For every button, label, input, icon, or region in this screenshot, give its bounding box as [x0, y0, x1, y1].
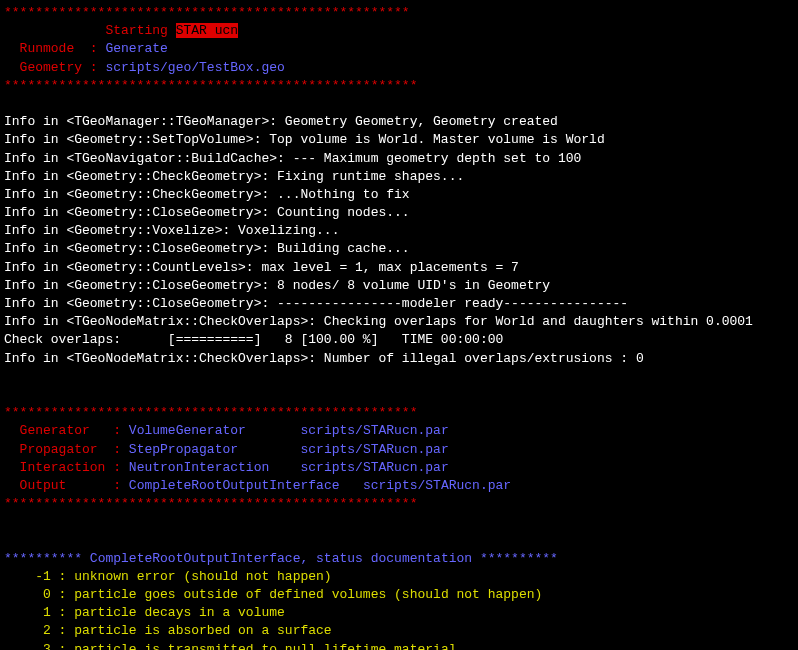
config-generator-line: Generator : VolumeGenerator scripts/STAR… — [4, 422, 794, 440]
status-code-line: 2 : particle is absorbed on a surface — [4, 622, 794, 640]
info-line: Info in <Geometry::CheckGeometry>: Fixin… — [4, 168, 794, 186]
info-line: Info in <Geometry::Voxelize>: Voxelizing… — [4, 222, 794, 240]
status-code-line: 1 : particle decays in a volume — [4, 604, 794, 622]
header-stars-top: ****************************************… — [4, 4, 794, 22]
status-code-line: 3 : particle is transmitted to null life… — [4, 641, 794, 650]
header-starting-line: Starting STAR ucn — [4, 22, 794, 40]
status-code-line: 0 : particle goes outside of defined vol… — [4, 586, 794, 604]
config-interaction-line: Interaction : NeutronInteraction scripts… — [4, 459, 794, 477]
info-line: Info in <Geometry::SetTopVolume>: Top vo… — [4, 131, 794, 149]
status-code-line: -1 : unknown error (should not happen) — [4, 568, 794, 586]
info-line: Info in <Geometry::CheckGeometry>: ...No… — [4, 186, 794, 204]
config-stars-top: ****************************************… — [4, 404, 794, 422]
config-propagator-line: Propagator : StepPropagator scripts/STAR… — [4, 441, 794, 459]
config-output-line: Output : CompleteRootOutputInterface scr… — [4, 477, 794, 495]
info-line: Info in <Geometry::CloseGeometry>: -----… — [4, 295, 794, 313]
info-line: Info in <TGeoNodeMatrix::CheckOverlaps>:… — [4, 313, 794, 331]
app-name: STAR ucn — [176, 23, 238, 38]
info-line: Info in <Geometry::CloseGeometry>: 8 nod… — [4, 277, 794, 295]
info-line: Info in <Geometry::CloseGeometry>: Build… — [4, 240, 794, 258]
config-stars-bottom: ****************************************… — [4, 495, 794, 513]
info-line: Info in <TGeoNodeMatrix::CheckOverlaps>:… — [4, 350, 794, 368]
info-line: Info in <Geometry::CloseGeometry>: Count… — [4, 204, 794, 222]
status-doc-header: ********** CompleteRootOutputInterface, … — [4, 550, 794, 568]
header-geometry-line: Geometry : scripts/geo/TestBox.geo — [4, 59, 794, 77]
info-line: Info in <Geometry::CountLevels>: max lev… — [4, 259, 794, 277]
info-line: Info in <TGeoNavigator::BuildCache>: ---… — [4, 150, 794, 168]
header-runmode-line: Runmode : Generate — [4, 40, 794, 58]
header-stars-bottom: ****************************************… — [4, 77, 794, 95]
info-line: Info in <TGeoManager::TGeoManager>: Geom… — [4, 113, 794, 131]
info-line: Check overlaps: [==========] 8 [100.00 %… — [4, 331, 794, 349]
